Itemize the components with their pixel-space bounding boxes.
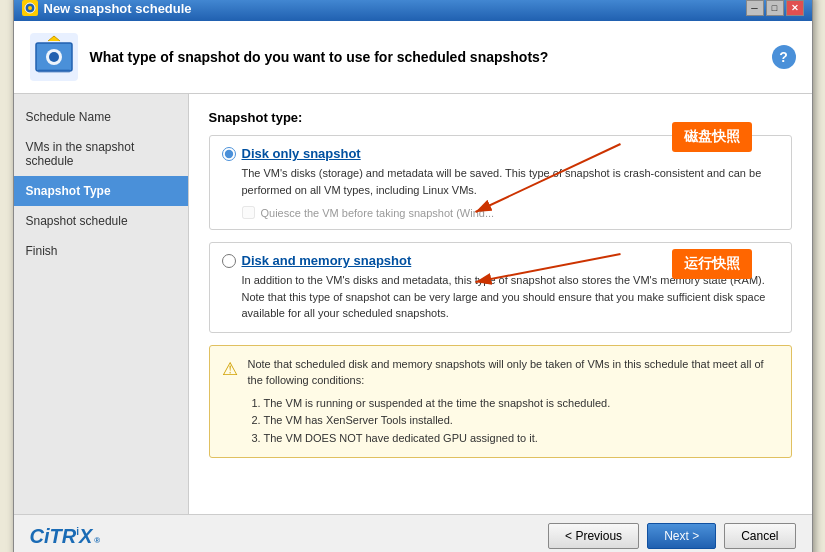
note-content: Note that scheduled disk and memory snap… [248, 356, 779, 448]
titlebar: New snapshot schedule ─ □ ✕ [14, 0, 812, 21]
note-text: Note that scheduled disk and memory snap… [248, 356, 779, 389]
sidebar: Schedule Name VMs in the snapshot schedu… [14, 94, 189, 514]
header-question: What type of snapshot do you want to use… [90, 48, 760, 66]
condition-1: 1. The VM is running or suspended at the… [252, 395, 779, 413]
condition-3: 3. The VM DOES NOT have dedicated GPU as… [252, 430, 779, 448]
window-icon [22, 0, 38, 16]
body: Schedule Name VMs in the snapshot schedu… [14, 94, 812, 514]
quiesce-label: Quiesce the VM before taking snapshot (W… [261, 207, 495, 219]
condition-2: 2. The VM has XenServer Tools installed. [252, 412, 779, 430]
sidebar-item-snapshot-type[interactable]: Snapshot Type [14, 176, 188, 206]
disk-memory-description: In addition to the VM's disks and metada… [242, 272, 779, 322]
sidebar-item-schedule-name[interactable]: Schedule Name [14, 102, 188, 132]
maximize-button[interactable]: □ [766, 0, 784, 16]
disk-only-label: Disk only snapshot [242, 146, 361, 161]
svg-rect-6 [38, 69, 70, 73]
header-icon [30, 33, 78, 81]
sidebar-item-finish[interactable]: Finish [14, 236, 188, 266]
note-conditions-list: 1. The VM is running or suspended at the… [248, 395, 779, 448]
content-area: Snapshot type: Disk only snapshot The VM… [189, 94, 812, 514]
citrix-logo: CiTRiX® [30, 525, 101, 548]
main-window: New snapshot schedule ─ □ ✕ What type of… [13, 0, 813, 552]
footer-buttons: < Previous Next > Cancel [548, 523, 795, 549]
svg-point-1 [28, 6, 32, 10]
window-title: New snapshot schedule [44, 1, 740, 16]
quiesce-option: Quiesce the VM before taking snapshot (W… [242, 206, 779, 219]
disk-only-radio[interactable] [222, 147, 236, 161]
sidebar-item-snapshot-schedule[interactable]: Snapshot schedule [14, 206, 188, 236]
warning-icon: ⚠ [222, 358, 238, 448]
svg-point-5 [49, 52, 59, 62]
cancel-button[interactable]: Cancel [724, 523, 795, 549]
disk-memory-radio[interactable] [222, 254, 236, 268]
header: What type of snapshot do you want to use… [14, 21, 812, 94]
window-controls: ─ □ ✕ [746, 0, 804, 16]
previous-button[interactable]: < Previous [548, 523, 639, 549]
note-box: ⚠ Note that scheduled disk and memory sn… [209, 345, 792, 459]
disk-callout: 磁盘快照 [672, 122, 752, 152]
memory-callout: 运行快照 [672, 249, 752, 279]
sidebar-item-vms-in-schedule[interactable]: VMs in the snapshot schedule [14, 132, 188, 176]
next-button[interactable]: Next > [647, 523, 716, 549]
help-button[interactable]: ? [772, 45, 796, 69]
quiesce-checkbox[interactable] [242, 206, 255, 219]
minimize-button[interactable]: ─ [746, 0, 764, 16]
footer: CiTRiX® < Previous Next > Cancel [14, 514, 812, 552]
close-button[interactable]: ✕ [786, 0, 804, 16]
disk-only-description: The VM's disks (storage) and metadata wi… [242, 165, 779, 198]
disk-memory-label: Disk and memory snapshot [242, 253, 412, 268]
